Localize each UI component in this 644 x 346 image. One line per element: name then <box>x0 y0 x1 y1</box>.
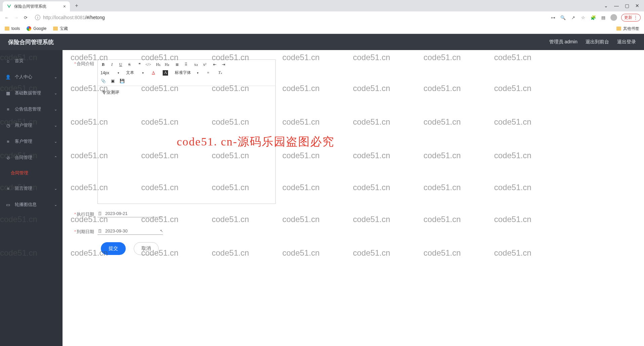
url-text: http://localhost:8081/#/hetong <box>43 15 105 20</box>
chevron-down-icon: ⌄ <box>54 123 57 128</box>
back-icon[interactable]: ← <box>3 14 10 21</box>
due-date-value: 2023-09-30 <box>105 228 128 233</box>
outdent-icon[interactable]: ⇤ <box>212 62 217 67</box>
clear-format-icon[interactable]: Tₓ <box>217 70 223 76</box>
maximize-icon[interactable]: ▢ <box>625 3 629 8</box>
main-content: *合同介绍 B I U S ❝ </> H₁ H₂ <box>63 50 644 346</box>
row-exec-date: *执行日期 🗓 2023-09-21 <box>71 210 636 217</box>
sidebar-item-users[interactable]: ◷用户管理⌄ <box>0 117 63 133</box>
editor-body[interactable]: 专业测评 <box>98 86 275 204</box>
h2-icon[interactable]: H₂ <box>164 62 170 67</box>
list-icon: ≡ <box>5 186 11 191</box>
reload-icon[interactable]: ⟳ <box>22 14 29 21</box>
current-user[interactable]: 管理员 admin <box>549 39 577 45</box>
chevron-down-icon: ⌄ <box>54 75 57 79</box>
submit-button[interactable]: 提交 <box>101 242 126 255</box>
site-info-icon[interactable]: i <box>35 15 40 20</box>
row-due-date: *到期日期 🗓 2023-09-30 ↖ <box>71 227 636 235</box>
tab-title: 保险合同管理系统 <box>14 4 46 9</box>
sidebar-item-customers[interactable]: ≡客户管理⌄ <box>0 133 63 149</box>
google-icon <box>27 26 31 31</box>
app-header: 保险合同管理系统 管理员 admin 退出到前台 退出登录 <box>0 34 644 50</box>
bookmark-bar: tools Google 宝藏 其他书签 <box>0 24 644 34</box>
unordered-list-icon[interactable]: ⠿ <box>183 62 189 67</box>
font-family-select[interactable]: 标准字体 ▾ <box>175 70 199 76</box>
bookmark-other[interactable]: 其他书签 <box>616 26 639 32</box>
bookmark-baozang[interactable]: 宝藏 <box>53 26 68 32</box>
list-icon: ≡ <box>5 107 11 112</box>
font-size-select[interactable]: 14px ▾ <box>100 71 119 75</box>
app-title: 保险合同管理系统 <box>8 38 54 46</box>
chevron-down-icon: ⌄ <box>54 186 57 191</box>
ordered-list-icon[interactable]: ≣ <box>174 62 180 67</box>
browser-tab[interactable]: 保险合同管理系统 × <box>3 1 70 11</box>
exec-date-input[interactable]: 🗓 2023-09-21 <box>97 210 163 217</box>
url-bar[interactable]: i http://localhost:8081/#/hetong <box>32 13 547 22</box>
folder-icon <box>5 27 9 31</box>
row-intro: *合同介绍 B I U S ❝ </> H₁ H₂ <box>71 59 636 204</box>
logout-front-link[interactable]: 退出到前台 <box>586 39 609 45</box>
star-icon[interactable]: ☆ <box>580 15 586 20</box>
h1-icon[interactable]: H₁ <box>156 62 161 67</box>
indent-icon[interactable]: ⇥ <box>221 62 226 67</box>
chevron-down-icon: ⌄ <box>54 139 57 144</box>
browser-chrome: 保险合同管理系统 × + ⌄ — ▢ ✕ ← → ⟳ i http://loca… <box>0 0 644 34</box>
minimize-icon[interactable]: — <box>614 3 619 8</box>
chevron-down-icon: ⌄ <box>54 203 57 207</box>
close-window-icon[interactable]: ✕ <box>635 3 639 8</box>
nav-right: ⊶ 🔍 ↗ ☆ 🧩 ▤ 更新⋮ <box>550 14 641 21</box>
font-color-icon[interactable]: A <box>151 70 156 76</box>
label-intro: *合同介绍 <box>71 59 97 67</box>
save-icon[interactable]: 💾 <box>119 78 125 84</box>
bookmark-tools[interactable]: tools <box>5 26 20 31</box>
update-button[interactable]: 更新⋮ <box>621 14 641 21</box>
nav-bar: ← → ⟳ i http://localhost:8081/#/hetong ⊶… <box>0 11 644 24</box>
superscript-icon[interactable]: x² <box>202 62 207 67</box>
sidebar-item-basedata[interactable]: ▦基础数据管理⌄ <box>0 85 63 101</box>
home-icon: ⌂ <box>5 58 11 63</box>
bold-icon[interactable]: B <box>100 62 106 67</box>
sidebar-item-personal[interactable]: 👤个人中心⌄ <box>0 69 63 85</box>
new-tab-button[interactable]: + <box>73 2 81 10</box>
profile-avatar-icon[interactable] <box>610 14 617 21</box>
list-icon: ≡ <box>5 139 11 144</box>
extensions-icon[interactable]: 🧩 <box>590 15 596 20</box>
bookmark-google[interactable]: Google <box>27 26 46 31</box>
cancel-button[interactable]: 取消 <box>134 242 159 255</box>
underline-icon[interactable]: U <box>118 62 123 67</box>
text-type-select[interactable]: 文本 ▾ <box>126 70 144 76</box>
label-due-date: *到期日期 <box>71 227 97 235</box>
share-icon[interactable]: ↗ <box>570 15 576 20</box>
exec-date-value: 2023-09-21 <box>105 211 128 216</box>
chevron-up-icon: ⌃ <box>54 156 57 160</box>
sidebar-item-contracts[interactable]: ⊘合同管理⌃ <box>0 149 63 166</box>
key-icon[interactable]: ⊶ <box>550 15 556 20</box>
chevron-down-icon[interactable]: ⌄ <box>604 3 608 8</box>
zoom-icon[interactable]: 🔍 <box>560 15 566 20</box>
strike-icon[interactable]: S <box>127 62 132 67</box>
bg-color-icon[interactable]: A <box>163 70 168 76</box>
align-icon[interactable]: ≡ <box>205 70 211 76</box>
code-icon[interactable]: </> <box>146 62 151 67</box>
clock-icon: ◷ <box>5 123 11 128</box>
panel-icon[interactable]: ▤ <box>600 15 606 20</box>
quote-icon[interactable]: ❝ <box>137 62 142 67</box>
image-insert-icon[interactable]: ▣ <box>110 78 115 84</box>
window-controls: ⌄ — ▢ ✕ <box>599 3 644 8</box>
sidebar-item-messages[interactable]: ≡留言管理⌄ <box>0 180 63 197</box>
due-date-input[interactable]: 🗓 2023-09-30 ↖ <box>97 227 163 235</box>
editor-toolbar: B I U S ❝ </> H₁ H₂ ≣ ⠿ <box>98 60 275 86</box>
attachment-icon[interactable]: 📎 <box>100 78 106 84</box>
vue-favicon-icon <box>7 4 11 9</box>
database-icon: ▦ <box>5 91 11 96</box>
sidebar-item-home[interactable]: ⌂首页 <box>0 53 63 69</box>
folder-icon <box>616 27 621 31</box>
subscript-icon[interactable]: x₂ <box>193 62 199 67</box>
italic-icon[interactable]: I <box>109 62 115 67</box>
chevron-down-icon: ⌄ <box>54 107 57 112</box>
close-tab-icon[interactable]: × <box>63 4 66 9</box>
sidebar-subitem-contract-mgmt[interactable]: 合同管理 <box>0 166 63 180</box>
sidebar-item-carousel[interactable]: ▭轮播图信息⌄ <box>0 197 63 213</box>
sidebar-item-notice[interactable]: ≡公告信息管理⌄ <box>0 101 63 117</box>
logout-link[interactable]: 退出登录 <box>617 39 636 45</box>
